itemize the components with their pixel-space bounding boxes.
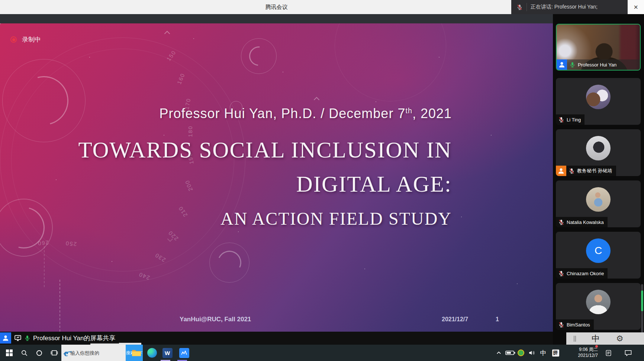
avatar	[586, 136, 611, 160]
divider	[527, 3, 527, 11]
window-titlebar: 腾讯会议 正在讲话: Professor Hui Yan; ×	[0, 0, 644, 14]
participant-label: Li Ting	[556, 114, 585, 125]
participant-tile[interactable]: Professor Hui Yan	[556, 24, 641, 71]
participant-label: Chinazam Okorie	[556, 268, 608, 279]
decor-dashline	[44, 246, 45, 287]
avatar	[586, 187, 611, 212]
tray-date-label: 2021/12/7	[578, 353, 598, 359]
antivirus-icon	[518, 349, 524, 356]
dial-number: 260	[37, 240, 49, 247]
recording-label: 录制中	[22, 35, 41, 44]
mic-muted-icon	[558, 270, 564, 277]
ime-mode-indicator[interactable]: 中	[538, 345, 548, 361]
screen-share-icon	[14, 334, 22, 342]
document-icon	[605, 349, 612, 357]
decor-stars	[0, 23, 1, 24]
tray-time-label: 9:06 周二	[579, 347, 598, 353]
share-top-strip	[0, 14, 553, 23]
search-input[interactable]	[70, 350, 111, 356]
participant-tile[interactable]: C Chinazam Okorie	[556, 232, 641, 279]
dial-number: 250	[65, 240, 77, 248]
file-explorer-button[interactable]	[129, 345, 143, 361]
participant-label: BimSantos	[556, 319, 594, 330]
participant-tile[interactable]: 教务秘书 孙铭靖	[556, 129, 641, 176]
participant-tile[interactable]: Natalia Kowalska	[556, 180, 641, 227]
avatar-initial: C	[586, 238, 611, 263]
avatar	[586, 85, 611, 109]
taskbar-search-box[interactable]: e	[61, 345, 126, 361]
participant-name: BimSantos	[567, 322, 590, 328]
recording-indicator: 录制中	[10, 35, 41, 44]
chat-bubble-icon	[624, 349, 632, 357]
participant-name: Professor Hui Yan	[578, 62, 616, 68]
participant-label: Professor Hui Yan	[557, 59, 640, 70]
slide-text-block: Professor Hui Yan, Ph.D. / December 7th,…	[78, 106, 452, 229]
ime-language-toggle[interactable]: 中	[592, 333, 600, 344]
decor-ring	[335, 23, 446, 101]
recording-icon	[10, 36, 17, 43]
participant-name: Chinazam Okorie	[567, 271, 604, 276]
slide-title-line3: AN ACTION FIELD STUDY	[78, 208, 452, 229]
tray-chevron-button[interactable]	[494, 345, 503, 361]
browser-e-icon: e	[64, 348, 68, 358]
decor-caret	[164, 31, 170, 37]
antivirus-tray-button[interactable]	[516, 345, 526, 361]
decor-caret	[314, 97, 320, 103]
notification-dot	[595, 345, 598, 348]
ime-scheme-label: 拼	[552, 349, 559, 357]
clock[interactable]: 9:06 周二 2021/12/7	[567, 345, 598, 361]
member-badge-icon	[557, 59, 567, 70]
chevron-up-icon	[496, 350, 502, 356]
decor-dashline	[59, 280, 60, 332]
slide-page-number: 1	[496, 316, 499, 323]
ime-toolbar[interactable]: 中 ⚙	[566, 332, 644, 345]
meeting-app-button[interactable]	[177, 345, 191, 361]
battery-indicator[interactable]	[504, 345, 516, 361]
slide-title-line2: DIGITAL AGE:	[78, 171, 452, 197]
cortana-icon	[36, 350, 42, 356]
volume-button[interactable]	[527, 345, 537, 361]
participant-tile[interactable]: BimSantos	[556, 283, 641, 330]
windows-taskbar: e 搜索一下 W 中 拼	[0, 345, 644, 361]
mic-live-icon	[24, 335, 30, 341]
word-button[interactable]: W	[161, 345, 174, 361]
participants-sidebar: Professor Hui Yan Li Ting 教务秘书 孙铭靖 Natal…	[553, 14, 644, 345]
edge-icon	[147, 348, 157, 358]
search-icon	[21, 349, 28, 357]
start-button[interactable]	[3, 345, 16, 361]
participant-tile[interactable]: Li Ting	[556, 78, 641, 125]
mic-muted-icon	[558, 117, 564, 123]
mic-muted-icon[interactable]	[516, 4, 523, 10]
word-icon: W	[162, 348, 173, 358]
windows-logo-icon	[6, 349, 13, 356]
task-view-icon	[51, 349, 58, 357]
slide-footer-date: 2021/12/7	[442, 316, 468, 323]
mic-muted-icon	[558, 322, 564, 328]
mic-live-icon	[569, 62, 576, 68]
ime-scheme-indicator[interactable]: 拼	[550, 345, 561, 361]
ime-mode-label: 中	[540, 349, 547, 357]
speaking-indicator-bar: 正在讲话: Professor Hui Yan;	[511, 0, 628, 14]
task-view-button[interactable]	[48, 345, 61, 361]
participant-label: Natalia Kowalska	[556, 217, 608, 227]
participant-name: Li Ting	[567, 117, 581, 123]
participant-label: 教务秘书 孙铭靖	[556, 166, 616, 176]
slide-title-line1: TOWARDS SOCIAL INCLUSION IN	[78, 137, 452, 163]
participant-name: 教务秘书 孙铭靖	[577, 168, 612, 174]
battery-icon	[505, 350, 515, 355]
participant-name: Natalia Kowalska	[567, 219, 604, 225]
taskbar-search-button[interactable]	[18, 345, 30, 361]
drag-handle-icon[interactable]	[574, 336, 574, 342]
host-badge-icon	[556, 166, 566, 176]
cortana-button[interactable]	[33, 345, 45, 361]
edge-button[interactable]	[145, 345, 159, 361]
close-button[interactable]: ×	[628, 0, 644, 14]
screen-share-banner: Professor Hui Yan的屏幕共享	[0, 332, 119, 344]
slide-byline: Professor Hui Yan, Ph.D. / December 7th,…	[78, 106, 452, 121]
notes-tray-button[interactable]	[602, 345, 614, 361]
app-title: 腾讯会议	[0, 0, 553, 14]
action-center-button[interactable]	[622, 345, 634, 361]
gear-icon[interactable]: ⚙	[616, 335, 624, 343]
scrollbar-thumb[interactable]	[641, 290, 643, 311]
speaker-icon	[528, 349, 535, 356]
